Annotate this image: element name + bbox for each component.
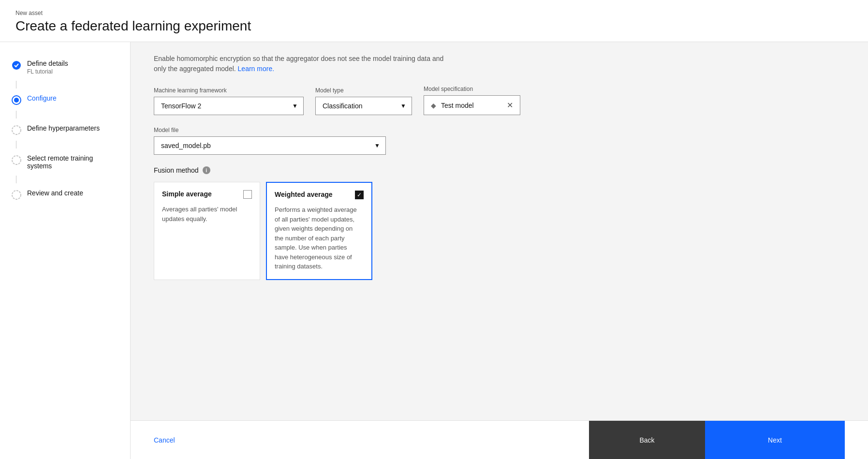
sidebar-step-label-hyper: Define hyperparameters bbox=[27, 124, 100, 132]
step-content-review-create: Review and create bbox=[27, 189, 83, 197]
pending-icon-3 bbox=[12, 190, 21, 200]
completed-icon bbox=[12, 60, 21, 70]
active-icon bbox=[12, 95, 21, 105]
sidebar-step-label-configure: Configure bbox=[27, 94, 57, 102]
model-file-select[interactable]: saved_model.pb bbox=[154, 136, 386, 155]
weighted-average-scroll[interactable]: Performs a weighted average of all parti… bbox=[275, 205, 364, 271]
page-header: New asset Create a federated learning ex… bbox=[0, 0, 868, 42]
sidebar-item-define-hyperparameters[interactable]: Define hyperparameters bbox=[0, 118, 130, 141]
sidebar-divider-1 bbox=[16, 81, 16, 89]
footer: Cancel Back Next bbox=[131, 420, 868, 459]
diamond-icon: ◆ bbox=[431, 102, 436, 109]
fusion-cards: Simple average Averages all parties' mod… bbox=[154, 182, 845, 280]
sidebar-divider-3 bbox=[16, 141, 16, 148]
model-type-label: Model type bbox=[315, 87, 412, 94]
page-title: Create a federated learning experiment bbox=[15, 18, 853, 34]
weighted-average-header: Weighted average ✓ bbox=[275, 191, 364, 199]
model-spec-close-icon[interactable]: ✕ bbox=[507, 101, 513, 110]
sidebar-divider-2 bbox=[16, 111, 16, 118]
model-type-field: Model type Classification ▼ bbox=[315, 87, 412, 115]
fusion-label-row: Fusion method i bbox=[154, 166, 845, 174]
fusion-method-label: Fusion method bbox=[154, 166, 199, 174]
sidebar: Define details FL tutorial Configure bbox=[0, 42, 131, 459]
ml-framework-select[interactable]: TensorFlow 2 bbox=[154, 97, 304, 115]
sidebar-item-define-details[interactable]: Define details FL tutorial bbox=[0, 54, 130, 81]
form-row-top: Machine learning framework TensorFlow 2 … bbox=[154, 86, 845, 115]
next-button[interactable]: Next bbox=[705, 421, 845, 459]
svg-point-0 bbox=[12, 61, 21, 70]
sidebar-step-sub: FL tutorial bbox=[27, 68, 68, 75]
back-button[interactable]: Back bbox=[589, 421, 705, 459]
fusion-card-simple-average[interactable]: Simple average Averages all parties' mod… bbox=[154, 182, 260, 280]
ml-framework-label: Machine learning framework bbox=[154, 87, 304, 94]
pending-icon-2 bbox=[12, 155, 21, 165]
weighted-average-title: Weighted average bbox=[275, 191, 333, 198]
pending-icon-1 bbox=[12, 125, 21, 135]
svg-point-3 bbox=[12, 126, 21, 134]
learn-more-link[interactable]: Learn more. bbox=[238, 65, 274, 73]
model-file-label: Model file bbox=[154, 127, 845, 133]
svg-point-2 bbox=[14, 98, 19, 103]
info-text: Enable homomorphic encryption so that th… bbox=[154, 54, 454, 74]
simple-average-header: Simple average bbox=[162, 190, 252, 199]
svg-point-5 bbox=[12, 191, 21, 199]
step-content-hyperparameters: Define hyperparameters bbox=[27, 124, 100, 132]
weighted-average-checkbox[interactable]: ✓ bbox=[355, 191, 364, 199]
step-content-configure: Configure bbox=[27, 94, 57, 102]
fusion-info-icon[interactable]: i bbox=[203, 166, 210, 174]
ml-framework-field: Machine learning framework TensorFlow 2 … bbox=[154, 87, 304, 115]
model-file-select-wrapper: saved_model.pb ▼ bbox=[154, 136, 386, 155]
content-scroll: Enable homomorphic encryption so that th… bbox=[131, 42, 868, 420]
step-content-define-details: Define details FL tutorial bbox=[27, 59, 68, 75]
weighted-average-desc: Performs a weighted average of all parti… bbox=[275, 205, 360, 271]
new-asset-label: New asset bbox=[15, 10, 853, 16]
sidebar-step-label-review: Review and create bbox=[27, 189, 83, 197]
fusion-section: Fusion method i Simple average Averages … bbox=[154, 166, 845, 280]
sidebar-item-select-remote[interactable]: Select remote training systems bbox=[0, 148, 130, 176]
ml-framework-select-wrapper: TensorFlow 2 ▼ bbox=[154, 97, 304, 115]
sidebar-item-configure[interactable]: Configure bbox=[0, 89, 130, 111]
model-file-row: Model file saved_model.pb ▼ bbox=[154, 127, 845, 155]
model-type-select-wrapper: Classification ▼ bbox=[315, 97, 412, 115]
sidebar-item-review-create[interactable]: Review and create bbox=[0, 183, 130, 206]
model-file-field: Model file saved_model.pb ▼ bbox=[154, 127, 845, 155]
model-type-select[interactable]: Classification bbox=[315, 97, 412, 115]
simple-average-title: Simple average bbox=[162, 190, 212, 198]
model-spec-field: Model specification ◆ Test model ✕ bbox=[424, 86, 520, 115]
svg-point-4 bbox=[12, 156, 21, 164]
model-spec-text: Test model bbox=[441, 102, 474, 109]
content-area: Enable homomorphic encryption so that th… bbox=[131, 42, 868, 459]
simple-average-checkbox[interactable] bbox=[243, 190, 252, 199]
simple-average-desc: Averages all parties' model updates equa… bbox=[162, 205, 252, 223]
sidebar-divider-4 bbox=[16, 176, 16, 183]
sidebar-step-label-remote: Select remote training systems bbox=[27, 154, 118, 170]
step-content-select-remote: Select remote training systems bbox=[27, 154, 118, 170]
model-spec-label: Model specification bbox=[424, 86, 520, 92]
main-layout: Define details FL tutorial Configure bbox=[0, 42, 868, 459]
fusion-card-weighted-average[interactable]: Weighted average ✓ Performs a weighted a… bbox=[266, 182, 372, 280]
model-spec-value: ◆ Test model ✕ bbox=[424, 95, 520, 115]
cancel-button[interactable]: Cancel bbox=[154, 432, 175, 448]
sidebar-step-label: Define details bbox=[27, 59, 68, 67]
